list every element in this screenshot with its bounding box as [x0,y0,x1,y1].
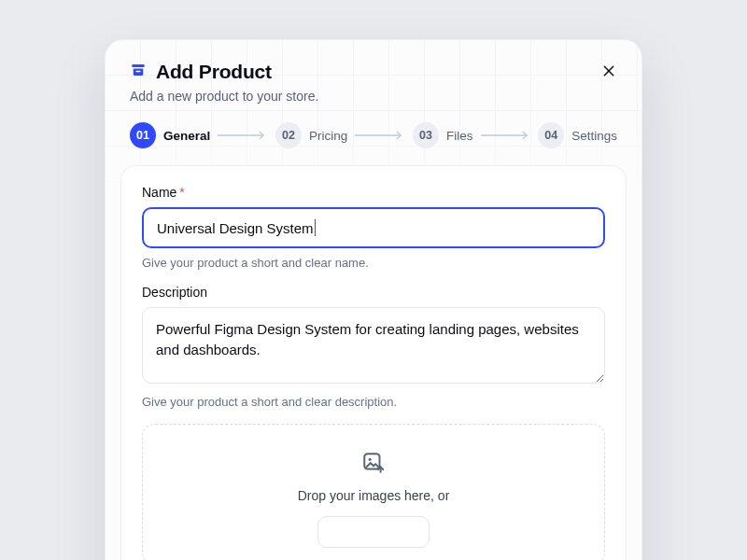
description-textarea[interactable] [142,307,605,384]
step-label: Settings [571,129,617,143]
modal-title: Add Product [156,61,272,83]
arrow-icon [481,129,531,142]
description-label: Description [142,285,207,300]
arrow-icon [355,129,405,142]
name-hint: Give your product a short and clear name… [142,256,605,270]
step-badge: 04 [538,122,564,148]
modal-header: Add Product Add a new product to your st… [106,40,641,104]
image-upload-icon [361,451,386,479]
close-button[interactable] [597,59,621,83]
name-input[interactable]: Universal Design System [142,207,605,248]
description-hint: Give your product a short and clear desc… [142,395,605,409]
modal-subtitle: Add a new product to your store. [130,89,617,104]
step-label: Files [446,129,473,143]
svg-point-7 [369,458,372,461]
description-field: Description Give your product a short an… [142,285,605,409]
stepper: 01 General 02 Pricing 03 Files 04 Settin… [106,104,641,165]
step-label: General [163,129,210,143]
archive-icon [130,62,147,82]
step-badge: 01 [130,122,156,148]
add-product-modal: Add Product Add a new product to your st… [105,39,642,560]
step-badge: 03 [413,122,439,148]
step-label: Pricing [309,129,347,143]
step-general[interactable]: 01 General [130,122,210,148]
step-pricing[interactable]: 02 Pricing [275,122,347,148]
step-files[interactable]: 03 Files [413,122,473,148]
step-settings[interactable]: 04 Settings [538,122,617,148]
required-asterisk: * [179,185,184,200]
name-field: Name * Universal Design System Give your… [142,185,605,270]
browse-button[interactable] [317,516,430,548]
dropzone-text: Drop your images here, or [298,488,450,503]
arrow-icon [218,129,268,142]
close-icon [601,63,616,78]
svg-rect-2 [132,64,145,67]
name-label: Name [142,185,176,200]
form-panel: Name * Universal Design System Give your… [120,165,627,560]
name-input-value: Universal Design System [157,220,314,236]
image-dropzone[interactable]: Drop your images here, or [142,424,605,560]
step-badge: 02 [275,122,302,148]
text-caret [315,219,316,236]
